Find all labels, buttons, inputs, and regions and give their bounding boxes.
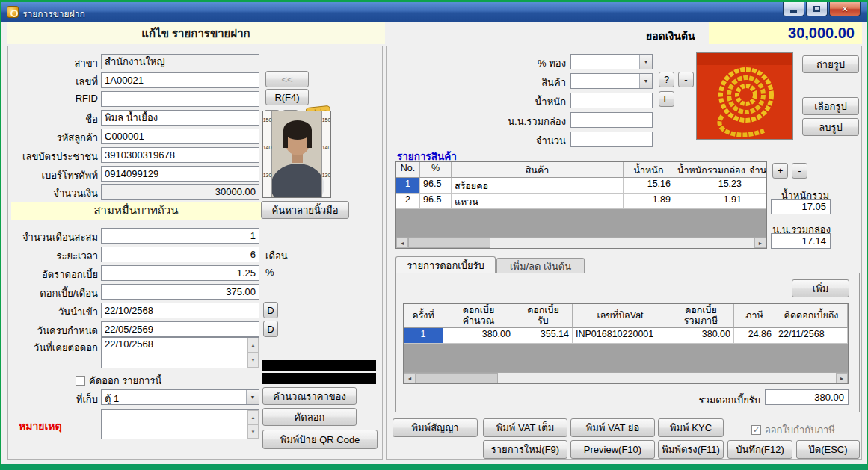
months-accum-input[interactable]	[101, 228, 259, 244]
last-renew-area[interactable]: 22/10/2568 ▲ ▼	[101, 337, 259, 368]
tax-invoice-checkbox-box: ✓	[751, 425, 761, 435]
header-strip: แก้ไข รายการขายฝาก ยอดเงินต้น 30,000.00	[1, 22, 867, 46]
storage-select[interactable]: ตู้ 1 ▼	[101, 389, 259, 405]
prev-button[interactable]: <<	[265, 71, 309, 87]
scroll-right-icon[interactable]: ►	[754, 238, 766, 248]
col-weight: น้ำหนัก	[624, 162, 674, 178]
print-vat-full-button[interactable]: พิมพ์ VAT เต็ม	[483, 418, 567, 437]
weight-label: น้ำหนัก	[484, 94, 566, 110]
redacted-box	[262, 373, 376, 384]
last-renew-label: วันที่เคยต่อดอก	[10, 340, 98, 356]
print-kyc-button[interactable]: พิมพ์ KYC	[658, 418, 724, 437]
col-tax: ภาษี	[734, 304, 775, 328]
print-direct-button[interactable]: พิมพ์ตรง(F11)	[658, 440, 724, 459]
save-button[interactable]: บันทึก(F12)	[727, 440, 792, 459]
scroll-up-icon[interactable]: ▲	[247, 410, 259, 424]
chevron-down-icon[interactable]: ▼	[246, 390, 259, 404]
weight-f-button[interactable]: F	[659, 91, 674, 107]
choose-photo-button[interactable]: เลือกรูป	[802, 97, 859, 115]
photo-scale-right: 150 140 130	[321, 111, 330, 197]
close-esc-button[interactable]: ปิด(ESC)	[796, 440, 860, 459]
last-renew-scrollbar[interactable]: ▲ ▼	[247, 338, 259, 368]
interest-row[interactable]: 1 380.00 355.14 INP016810220001 380.00 2…	[404, 328, 848, 344]
product-table-hscroll[interactable]: ◄ ►	[396, 237, 766, 248]
date-due-input[interactable]	[101, 321, 259, 337]
app-icon	[7, 6, 19, 18]
col-time: ครั้งที่	[404, 304, 443, 328]
name-input[interactable]	[101, 110, 259, 126]
maximize-icon	[813, 6, 820, 12]
preview-button[interactable]: Preview(F10)	[570, 440, 655, 459]
date-due-label: วันครบกำหนด	[10, 323, 98, 338]
add-interest-button[interactable]: เพิ่ม	[792, 279, 849, 297]
scroll-down-icon[interactable]: ▼	[247, 353, 259, 368]
duration-unit: เดือน	[265, 248, 288, 264]
phone-input[interactable]	[101, 166, 259, 182]
col-interest-calc: ดอกเบี้ย คำนวณ	[443, 304, 514, 328]
date-in-picker-button[interactable]: D	[263, 302, 278, 318]
fingerprint-search-button[interactable]: ค้นหาลายนิ้วมือ	[261, 201, 349, 219]
weight-input[interactable]	[570, 93, 653, 108]
rfid-input[interactable]	[101, 91, 259, 107]
scroll-up-icon[interactable]: ▲	[247, 338, 259, 353]
storage-label: ที่เก็บ	[10, 392, 98, 407]
scroll-left-icon[interactable]: ◄	[404, 373, 416, 383]
duration-input[interactable]	[101, 247, 259, 262]
box-weight-input[interactable]	[570, 112, 653, 128]
new-item-button[interactable]: รายการใหม่(F9)	[483, 440, 567, 459]
product-row[interactable]: 2 96.5 แหวน 1.89 1.91	[396, 194, 767, 209]
col-interest-until: คิดดอกเบี้ยถึง	[775, 304, 848, 328]
take-photo-button[interactable]: ถ่ายรูป	[802, 55, 859, 73]
print-contract-button[interactable]: พิมพ์สัญญา	[393, 418, 478, 437]
scroll-thumb[interactable]	[408, 238, 490, 248]
print-qr-button[interactable]: พิมพ์ป้าย QR Code	[262, 430, 378, 449]
close-icon: ✕	[841, 4, 848, 14]
product-remove-button[interactable]: -	[678, 72, 694, 87]
chevron-down-icon[interactable]: ▼	[639, 74, 652, 88]
rfid-read-button[interactable]: R(F4)	[265, 89, 309, 105]
date-due-picker-button[interactable]: D	[263, 321, 278, 337]
scroll-thumb[interactable]	[416, 373, 498, 383]
gold-pct-select[interactable]: ▼	[570, 54, 653, 69]
tax-invoice-checkbox[interactable]: ✓ ออกใบกำกับภาษี	[751, 422, 835, 438]
qty-label: จำนวน	[484, 133, 566, 149]
date-in-input[interactable]	[101, 303, 259, 318]
row-add-button[interactable]: +	[772, 163, 788, 179]
scroll-left-icon[interactable]: ◄	[396, 238, 408, 248]
print-vat-short-button[interactable]: พิมพ์ VAT ย่อ	[570, 418, 655, 437]
calc-price-button[interactable]: คำนวณราคาของ	[262, 387, 357, 405]
minimize-button[interactable]	[783, 2, 804, 16]
delete-photo-button[interactable]: ลบรูป	[802, 118, 859, 136]
col-interest-incl-tax: ดอกเบี้ย รวมภาษี	[668, 304, 734, 328]
scroll-right-icon[interactable]: ►	[836, 373, 848, 383]
doc-no-input[interactable]	[101, 72, 259, 88]
redacted-box	[262, 360, 376, 371]
note-area[interactable]: ▲ ▼	[101, 409, 259, 439]
customer-code-input[interactable]	[101, 129, 259, 144]
maximize-button[interactable]	[806, 2, 828, 16]
interest-table-hscroll[interactable]: ◄ ►	[404, 372, 848, 383]
amount-in-words: สามหมื่นบาทถ้วน	[11, 202, 261, 220]
copy-button[interactable]: คัดลอก	[262, 408, 357, 426]
chevron-down-icon[interactable]: ▼	[639, 55, 652, 69]
interest-rate-input[interactable]	[101, 265, 259, 281]
interest-per-month-input[interactable]	[101, 284, 259, 300]
scroll-down-icon[interactable]: ▼	[247, 424, 259, 439]
product-row[interactable]: 1 96.5 สร้อยคอ 15.16 15.23	[396, 178, 767, 194]
tab-adjust-principal[interactable]: เพิ่ม/ลด เงินต้น	[496, 258, 585, 273]
qty-input[interactable]	[570, 132, 653, 147]
branch-label: สาขา	[10, 55, 98, 71]
product-label: สินค้า	[484, 75, 566, 90]
rfid-label: RFID	[10, 93, 98, 104]
note-scrollbar[interactable]: ▲ ▼	[247, 410, 259, 439]
col-box-weight: น้ำหนักรวมกล่อง	[674, 162, 745, 178]
close-button[interactable]: ✕	[829, 2, 861, 16]
tab-interest-received[interactable]: รายการดอกเบี้ยรับ	[395, 256, 496, 273]
row-remove-button[interactable]: -	[792, 163, 807, 179]
id-card-input[interactable]	[101, 147, 259, 163]
product-select[interactable]: ▼	[570, 73, 653, 89]
total-interest-label: รวมดอกเบี้ยรับ	[686, 392, 760, 408]
total-box-weight-value: 17.14	[771, 233, 831, 249]
photo-scale-left: 150 140 130	[263, 111, 272, 197]
product-search-button[interactable]: ?	[659, 72, 674, 87]
